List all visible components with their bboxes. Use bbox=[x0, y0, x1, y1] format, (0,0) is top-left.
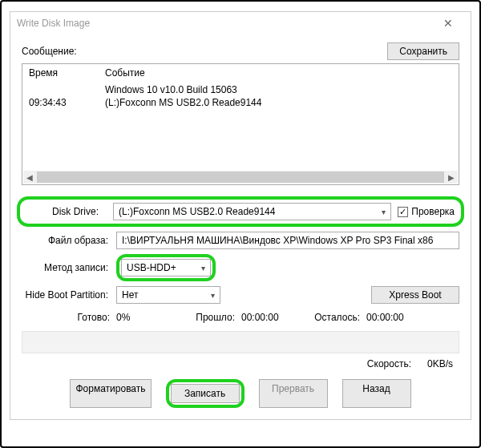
log-header-event: Событие bbox=[105, 67, 452, 79]
chevron-down-icon: ▾ bbox=[201, 264, 205, 272]
log-box: Время Событие Windows 10 v10.0 Build 150… bbox=[22, 63, 459, 185]
log-header: Время Событие bbox=[22, 64, 459, 83]
horizontal-scrollbar[interactable]: ◀ ▶ bbox=[23, 171, 458, 184]
remaining-label: Осталось: bbox=[304, 312, 360, 323]
elapsed-label: Прошло: bbox=[179, 312, 235, 323]
hide-boot-label: Hide Boot Partition: bbox=[22, 289, 110, 301]
abort-button[interactable]: Прервать bbox=[259, 379, 328, 408]
log-header-time: Время bbox=[29, 67, 105, 79]
elapsed-value: 00:00:00 bbox=[241, 312, 297, 323]
image-file-label: Файл образа: bbox=[22, 235, 110, 246]
log-time: 09:34:43 bbox=[29, 97, 105, 108]
log-row: Windows 10 v10.0 Build 15063 bbox=[22, 83, 459, 96]
log-event: Windows 10 v10.0 Build 15063 bbox=[105, 84, 452, 95]
xpress-boot-button[interactable]: Xpress Boot bbox=[371, 286, 459, 304]
message-label: Сообщение: bbox=[22, 46, 77, 57]
image-file-field[interactable]: I:\ВИРТУАЛЬНЯ МАШИНА\Виндовс ХР\Windows … bbox=[116, 232, 459, 249]
window-title: Write Disk Image bbox=[17, 18, 432, 29]
percent-value: 0% bbox=[116, 312, 172, 323]
write-method-dropdown[interactable]: USB-HDD+ ▾ bbox=[121, 259, 211, 276]
write-button-highlight: Записать bbox=[166, 379, 245, 408]
log-time bbox=[29, 84, 105, 95]
chevron-down-icon: ▾ bbox=[211, 291, 215, 300]
close-button[interactable]: ✕ bbox=[432, 17, 464, 30]
verify-label: Проверка bbox=[411, 206, 455, 217]
log-row: 09:34:43 (L:)Foxconn MS USB2.0 Reade9144 bbox=[22, 96, 459, 109]
check-icon: ✓ bbox=[398, 207, 408, 217]
scroll-thumb[interactable] bbox=[37, 172, 444, 183]
log-event: (L:)Foxconn MS USB2.0 Reade9144 bbox=[105, 97, 452, 108]
content-area: Сообщение: Сохранить Время Событие Windo… bbox=[10, 34, 471, 419]
hide-boot-value: Нет bbox=[122, 289, 206, 301]
disk-drive-dropdown[interactable]: (L:)Foxconn MS USB2.0 Reade9144 ▾ bbox=[113, 203, 391, 220]
write-method-label: Метод записи: bbox=[22, 262, 110, 273]
image-file-value: I:\ВИРТУАЛЬНЯ МАШИНА\Виндовс ХР\Windows … bbox=[122, 235, 433, 246]
back-button[interactable]: Назад bbox=[342, 379, 411, 408]
format-button[interactable]: Форматировать bbox=[70, 379, 151, 408]
remaining-value: 00:00:00 bbox=[366, 312, 422, 323]
outer-frame: Write Disk Image ✕ Сообщение: Сохранить … bbox=[0, 0, 481, 448]
speed-label: Скорость: bbox=[367, 358, 411, 369]
save-button[interactable]: Сохранить bbox=[387, 42, 459, 60]
window: Write Disk Image ✕ Сообщение: Сохранить … bbox=[10, 11, 471, 420]
progress-bar bbox=[22, 331, 459, 353]
speed-value: 0KB/s bbox=[427, 358, 453, 369]
disk-drive-value: (L:)Foxconn MS USB2.0 Reade9144 bbox=[119, 206, 377, 217]
title-bar: Write Disk Image ✕ bbox=[10, 12, 471, 34]
ready-label: Готово: bbox=[22, 312, 110, 323]
disk-drive-label: Disk Drive: bbox=[52, 206, 107, 217]
verify-checkbox[interactable]: ✓ Проверка bbox=[398, 206, 455, 217]
chevron-down-icon: ▾ bbox=[382, 208, 386, 216]
hide-boot-dropdown[interactable]: Нет ▾ bbox=[116, 286, 220, 304]
scroll-left-icon[interactable]: ◀ bbox=[23, 172, 36, 183]
write-method-value: USB-HDD+ bbox=[127, 262, 196, 273]
write-method-highlight: USB-HDD+ ▾ bbox=[116, 254, 216, 281]
write-button[interactable]: Записать bbox=[171, 384, 240, 403]
disk-drive-highlight: Disk Drive: (L:)Foxconn MS USB2.0 Reade9… bbox=[17, 196, 464, 227]
scroll-right-icon[interactable]: ▶ bbox=[445, 172, 458, 183]
